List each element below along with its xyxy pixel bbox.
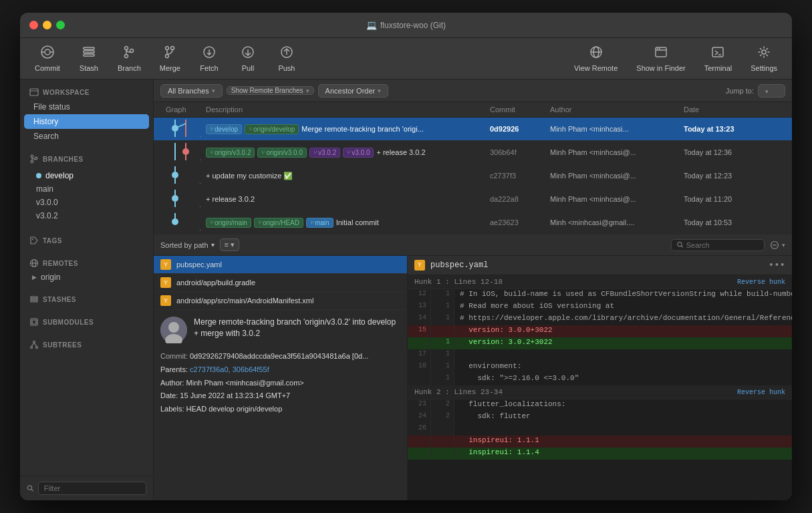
- sidebar-item-history[interactable]: History: [24, 114, 149, 129]
- maximize-button[interactable]: [56, 21, 65, 29]
- svg-point-42: [33, 341, 35, 343]
- branch-button[interactable]: Branch: [110, 41, 149, 76]
- merge-icon: [162, 45, 177, 61]
- branch-item-main[interactable]: main: [20, 182, 153, 196]
- filter-icon: [770, 240, 779, 250]
- sidebar-item-file-status[interactable]: File status: [20, 100, 153, 114]
- current-branch-indicator: [36, 173, 41, 178]
- commit-row[interactable]: + release 3.0.2 da222a8 Minh Pham <minhc…: [154, 188, 792, 211]
- merge-button[interactable]: Merge: [152, 41, 188, 76]
- jump-to-dropdown[interactable]: ▾: [758, 84, 785, 98]
- tag-main: ⑂main: [306, 218, 333, 228]
- show-in-finder-icon: [654, 45, 668, 61]
- branch-tag-icon: ⑂: [249, 126, 252, 132]
- tags-header: TAGS: [20, 233, 153, 248]
- show-in-finder-button[interactable]: Show in Finder: [628, 41, 693, 76]
- svg-point-66: [678, 242, 682, 246]
- settings-label: Settings: [751, 64, 777, 72]
- commit-button[interactable]: Commit: [27, 41, 68, 76]
- graph-header: Graph: [160, 102, 200, 117]
- commit-row[interactable]: + update my customize ✅ c2737f3 Minh Pha…: [154, 164, 792, 188]
- svg-point-55: [182, 148, 189, 155]
- commit-description: + release 3.0.2: [200, 193, 485, 205]
- commit-date: Today at 10:53: [678, 216, 785, 228]
- parent1-link[interactable]: c2737f36a0: [190, 365, 229, 373]
- sort-dropdown[interactable]: Sorted by path ▾: [160, 241, 215, 249]
- commit-row[interactable]: ⑂ develop ⑂ origin/develop Merge remote-…: [154, 118, 792, 141]
- diff-line: 15 version: 3.0.0+3022: [408, 325, 792, 337]
- minimize-button[interactable]: [43, 21, 51, 29]
- svg-rect-27: [30, 89, 38, 96]
- commit-desc-text: + update my customize ✅: [206, 172, 293, 180]
- reverse-hunk-button[interactable]: Reverse hunk: [737, 279, 785, 286]
- chevron-down-icon: ▾: [306, 88, 309, 94]
- pull-button[interactable]: Pull: [230, 41, 266, 76]
- list-view-button[interactable]: ≡ ▾: [220, 238, 239, 251]
- title-icon: 💻: [366, 20, 377, 30]
- reverse-hunk2-button[interactable]: Reverse hunk: [737, 389, 785, 396]
- commit-row[interactable]: ⑂origin/v3.0.2 ⑂origin/v3.0.0 ⑂v3.0.2 ⑂v…: [154, 141, 792, 164]
- more-options-button[interactable]: •••: [769, 260, 785, 271]
- settings-button[interactable]: Settings: [742, 41, 785, 76]
- commit-author-line: Author: Minh Pham <minhcasi@gmail.com>: [160, 377, 400, 390]
- fetch-icon: [202, 45, 217, 61]
- file-item[interactable]: Y android/app/src/main/AndroidManifest.x…: [154, 292, 407, 310]
- commit-hash: ae23623: [485, 216, 545, 228]
- diff-line: 12 1 # In iOS, build-name is used as CFB…: [408, 289, 792, 301]
- file-item[interactable]: Y pubspec.yaml: [154, 256, 407, 274]
- terminal-button[interactable]: Terminal: [696, 41, 740, 76]
- diff-line: 26: [408, 423, 792, 436]
- diff-line: 17 1: [408, 349, 792, 361]
- file-name: android/app/build.gradle: [176, 279, 255, 287]
- branch-item-v302[interactable]: v3.0.2: [20, 209, 153, 222]
- chevron-down-icon: ▾: [782, 242, 785, 248]
- commit-row[interactable]: ⑂origin/main ⑂origin/HEAD ⑂main Initial …: [154, 211, 792, 234]
- submodules-header: SUBMODULES: [20, 315, 153, 329]
- commit-author: Minh Pham <minhcasi...: [545, 123, 678, 135]
- stash-label: Stash: [80, 64, 98, 72]
- branches-list: develop main v3.0.0 v3.0.2: [20, 166, 153, 225]
- hunk-header: Hunk 1 : Lines 12-18 Reverse hunk: [408, 275, 792, 289]
- commit-desc-text: + release 3.0.2: [206, 195, 255, 203]
- svg-point-1: [45, 49, 50, 55]
- svg-point-11: [166, 47, 169, 50]
- branch-tag-icon: ⑂: [210, 126, 213, 132]
- remotes-header: REMOTES: [20, 256, 153, 271]
- view-remote-label: View Remote: [574, 64, 618, 72]
- diff-line: 14 1 # https://developer.apple.com/libra…: [408, 313, 792, 325]
- close-button[interactable]: [29, 21, 38, 29]
- parent2-link[interactable]: 306b64f55f: [233, 365, 269, 373]
- workspace-header: WORKSPACE: [20, 85, 153, 100]
- branch-item-v300[interactable]: v3.0.0: [20, 196, 153, 209]
- remote-origin[interactable]: ▶ origin: [20, 271, 153, 284]
- file-item[interactable]: Y android/app/build.gradle: [154, 274, 407, 292]
- show-in-finder-label: Show in Finder: [636, 64, 685, 72]
- filter-input[interactable]: [38, 482, 146, 495]
- commits-header: Graph Description Commit Author Date: [154, 102, 792, 118]
- push-button[interactable]: Push: [269, 41, 305, 76]
- search-input[interactable]: [686, 241, 759, 249]
- show-remote-toggle[interactable]: Show Remote Branches ▾: [227, 86, 314, 95]
- subtrees-header: SUBTREES: [20, 337, 153, 352]
- branches-header: BRANCHES: [20, 152, 153, 166]
- file-list: Y pubspec.yaml Y android/app/build.gradl…: [154, 256, 408, 310]
- svg-point-71: [168, 322, 179, 333]
- diff-line: 1 version: 3.0.2+3022: [408, 337, 792, 349]
- ancestor-order-dropdown[interactable]: Ancestor Order ▾: [318, 84, 389, 98]
- commit-description: + update my customize ✅: [200, 170, 485, 182]
- commits-list: ⑂ develop ⑂ origin/develop Merge remote-…: [154, 118, 792, 234]
- chevron-down-icon: ▾: [765, 88, 769, 95]
- pull-label: Pull: [242, 64, 254, 72]
- commit-graph: [160, 164, 200, 187]
- branch-item-develop[interactable]: develop: [20, 169, 153, 182]
- fetch-button[interactable]: Fetch: [191, 41, 227, 76]
- commit-hash: da222a8: [485, 193, 545, 205]
- commit-description: ⑂origin/v3.0.2 ⑂origin/v3.0.0 ⑂v3.0.2 ⑂v…: [200, 146, 485, 160]
- bottom-toolbar: Sorted by path ▾ ≡ ▾ ▾: [154, 234, 792, 256]
- sidebar-item-search[interactable]: Search: [20, 129, 153, 144]
- commit-message-header: Merge remote-tracking branch 'origin/v3.…: [160, 317, 400, 343]
- stash-button[interactable]: Stash: [71, 41, 107, 76]
- all-branches-dropdown[interactable]: All Branches ▾: [160, 84, 223, 98]
- view-remote-button[interactable]: View Remote: [566, 41, 626, 76]
- bottom-area: Sorted by path ▾ ≡ ▾ ▾: [154, 234, 792, 500]
